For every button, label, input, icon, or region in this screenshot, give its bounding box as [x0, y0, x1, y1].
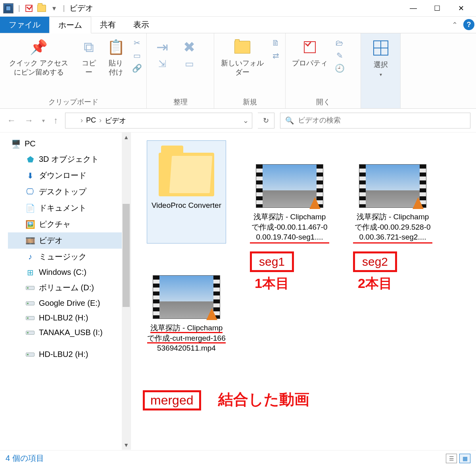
vlc-cone-icon — [309, 197, 321, 209]
history-icon[interactable]: 🕘 — [334, 63, 345, 73]
paste-button[interactable]: 📋 貼り付け — [104, 36, 127, 77]
maximize-button[interactable]: ☐ — [425, 0, 449, 17]
cut-icon[interactable]: ✂ — [131, 38, 142, 48]
tab-view[interactable]: 表示 — [125, 17, 158, 33]
tree-label: デスクトップ — [39, 186, 86, 197]
sidebar-item-pictures[interactable]: 🖼️ ピクチャ — [8, 216, 131, 232]
tree-label: HD-LBU2 (H:) — [39, 350, 88, 359]
cube-icon: ⬟ — [25, 155, 35, 164]
sidebar-item-pc[interactable]: 🖥️ PC — [8, 136, 131, 151]
drive-icon — [25, 284, 35, 292]
scroll-thumb[interactable] — [123, 204, 130, 307]
sidebar-item-videos[interactable]: 🎞️ ビデオ — [8, 232, 131, 249]
video-item-seg1[interactable]: 浅草探訪 - Clipchampで作成-00.00.11.467-00.00.1… — [250, 164, 329, 244]
ribbon-collapse-icon[interactable]: ⌃ — [446, 17, 463, 33]
group-label-new: 新規 — [218, 96, 281, 107]
annotation-seg1: seg1 1本目 — [250, 251, 294, 293]
qat-divider: | — [18, 4, 20, 12]
breadcrumb[interactable]: › PC › ビデオ ⌄ — [65, 113, 252, 128]
copy-path-icon[interactable]: ▭ — [131, 51, 142, 60]
qat-dropdown-icon[interactable]: ▾ — [50, 4, 59, 13]
tree-label: ドキュメント — [39, 203, 86, 213]
copy-button[interactable]: ⧉ コピー — [77, 36, 100, 77]
edit-icon[interactable]: ✎ — [334, 51, 345, 60]
scroll-up-icon[interactable]: ▲ — [123, 134, 129, 140]
rename-icon: ▭ — [180, 55, 198, 73]
item-label: 浅草探訪 - Clipchampで作成-00.00.29.528-00.00.3… — [353, 212, 432, 244]
easy-access-icon[interactable]: ⇄ — [270, 51, 281, 60]
group-label-clipboard: クリップボード — [4, 96, 142, 107]
search-input[interactable] — [298, 116, 465, 125]
sidebar-item-drive-i[interactable]: TANAKA_USB (I:) — [8, 325, 131, 340]
search-box[interactable]: 🔍 — [280, 113, 470, 128]
annotation-text: 2本目 — [358, 274, 392, 293]
folder-item-videoproc[interactable]: VideoProc Converter — [147, 140, 226, 244]
video-item-seg2[interactable]: 浅草探訪 - Clipchampで作成-00.00.29.528-00.00.3… — [353, 164, 432, 244]
close-button[interactable]: ✕ — [449, 0, 473, 17]
tab-file[interactable]: ファイル — [0, 17, 49, 33]
qat-folder-icon[interactable] — [37, 4, 46, 13]
qat-properties-icon[interactable] — [24, 4, 34, 13]
help-icon[interactable]: ? — [463, 19, 474, 30]
tree-label: 3D オブジェクト — [39, 154, 99, 165]
properties-label: プロパティ — [292, 59, 328, 68]
drive-icon — [25, 350, 35, 359]
copy-to-icon: ⇲ — [153, 55, 171, 73]
thumbnails-view-button[interactable]: ▦ — [459, 454, 470, 463]
scroll-down-icon[interactable]: ▼ — [123, 442, 129, 448]
select-button[interactable]: 選択 ▾ — [369, 36, 393, 78]
properties-button[interactable]: プロパティ — [290, 36, 330, 68]
tree-label: ピクチャ — [39, 219, 71, 230]
svg-rect-1 — [6, 6, 10, 10]
paste-label: 貼り付け — [107, 59, 125, 77]
sidebar-item-drive-h[interactable]: HD-LBU2 (H:) — [8, 311, 131, 325]
new-folder-button[interactable]: 新しいフォルダー — [218, 36, 266, 77]
drive-icon — [25, 299, 35, 308]
sidebar-item-documents[interactable]: 📄 ドキュメント — [8, 200, 131, 216]
back-button[interactable]: ← — [6, 114, 17, 127]
refresh-button[interactable]: ↻ — [258, 113, 274, 128]
rename-button[interactable]: ▭ — [178, 52, 201, 73]
minimize-button[interactable]: — — [401, 0, 425, 17]
annotation-merged-text: 結合した動画 — [218, 389, 309, 410]
up-button[interactable]: ↑ — [52, 114, 60, 127]
sidebar-scrollbar[interactable]: ▲ ▼ — [122, 132, 131, 450]
tree-label: HD-LBU2 (H:) — [39, 313, 88, 322]
sidebar-item-drive-e[interactable]: Google Drive (E:) — [8, 296, 131, 311]
breadcrumb-pc[interactable]: PC — [86, 116, 96, 125]
annotation-seg2: seg2 2本目 — [353, 251, 397, 293]
breadcrumb-videos[interactable]: ビデオ — [105, 116, 126, 125]
drive-icon — [25, 314, 35, 322]
file-list[interactable]: VideoProc Converter 浅草探訪 - Clipchampで作成-… — [131, 132, 476, 450]
tree-label: TANAKA_USB (I:) — [39, 328, 103, 337]
paste-shortcut-icon[interactable]: 🔗 — [131, 63, 142, 73]
new-folder-label: 新しいフォルダー — [221, 59, 264, 77]
sidebar-item-drive-h2[interactable]: HD-LBU2 (H:) — [8, 347, 131, 362]
pin-to-quick-access-button[interactable]: 📌 クイック アクセスにピン留めする — [4, 36, 73, 77]
details-view-button[interactable]: ☰ — [446, 454, 457, 463]
title-bar: | ▾ | ビデオ — ☐ ✕ — [0, 0, 476, 17]
tree-label: ビデオ — [39, 235, 63, 246]
sidebar-item-drive-c[interactable]: ⊞ Windows (C:) — [8, 265, 131, 280]
tab-share[interactable]: 共有 — [91, 17, 125, 33]
pc-icon: 🖥️ — [11, 140, 21, 148]
copy-to-button[interactable]: ⇲ — [151, 52, 174, 73]
open-icon[interactable]: 🗁 — [334, 38, 345, 48]
video-thumbnail-icon — [359, 164, 426, 208]
sidebar-item-3d-objects[interactable]: ⬟ 3D オブジェクト — [8, 151, 131, 167]
forward-button[interactable]: → — [23, 114, 35, 127]
sidebar-item-drive-d[interactable]: ボリューム (D:) — [8, 280, 131, 296]
item-label: VideoProc Converter — [152, 200, 221, 211]
breadcrumb-dropdown-icon[interactable]: ⌄ — [243, 116, 249, 125]
video-item-merged[interactable]: 浅草探訪 - Clipchampで作成-cut-merged-166 53694… — [147, 275, 226, 353]
sidebar-item-desktop[interactable]: 🖵 デスクトップ — [8, 184, 131, 200]
item-label-line: 5369420511.mp4 — [157, 344, 216, 352]
new-item-icon[interactable]: 🗎 — [270, 38, 281, 48]
sidebar-item-music[interactable]: ♪ ミュージック — [8, 249, 131, 265]
sidebar-item-downloads[interactable]: ⬇ ダウンロード — [8, 167, 131, 184]
tree-label: PC — [25, 139, 36, 148]
recent-locations-button[interactable]: ▾ — [40, 116, 46, 125]
folder-icon — [159, 153, 214, 196]
music-icon: ♪ — [25, 253, 35, 261]
tab-home[interactable]: ホーム — [49, 17, 91, 33]
